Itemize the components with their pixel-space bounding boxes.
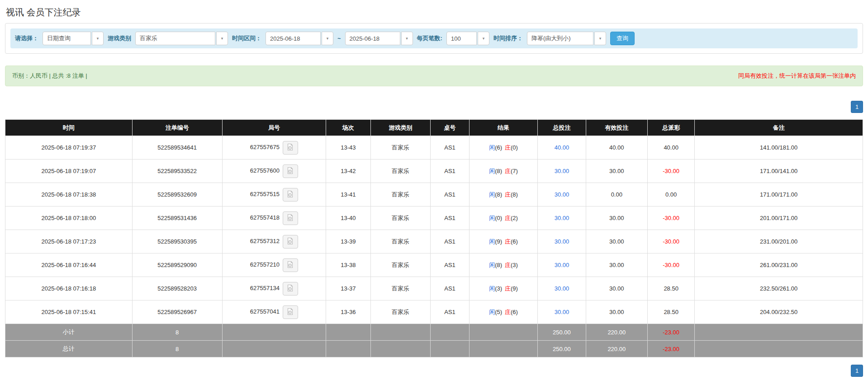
cell-total-bet: 30.00 [538,160,586,183]
cell-payout: -30.00 [648,160,695,183]
banker-result-label: 庄 [505,238,511,245]
banker-result-score: (0) [511,144,518,151]
header-session: 场次 [326,120,371,136]
cell-session: 13-43 [326,136,371,160]
date-to-select[interactable]: 2025-06-18 ▾ [345,32,413,45]
banker-result-score: (9) [511,285,518,292]
player-result-score: (9) [495,238,502,245]
filter-panel: 请选择： 日期查询 ▾ 游戏类别 百家乐 ▾ 时间区间： 2025-06-18 … [5,23,863,54]
game-type-value: 百家乐 [135,32,215,45]
total-bet-link[interactable]: 30.00 [555,168,569,174]
search-button[interactable]: 查询 [610,32,635,45]
cell-time: 2025-06-18 07:19:07 [5,160,133,183]
player-result-score: (8) [495,262,502,268]
video-replay-button[interactable] [283,164,298,178]
player-result-label: 闲 [489,309,495,315]
total-bet-link[interactable]: 30.00 [555,191,569,198]
banker-result-score: (3) [511,262,518,268]
date-range-separator: ~ [337,35,341,42]
player-result-label: 闲 [489,262,495,268]
total-bet-link[interactable]: 30.00 [555,309,569,315]
banker-result-score: (8) [511,191,518,198]
video-replay-button[interactable] [283,211,298,225]
page-1-button[interactable]: 1 [851,101,863,113]
cell-total-bet: 40.00 [538,136,586,160]
cell-round-id: 627557312 [222,230,326,253]
header-total-bet: 总投注 [538,120,586,136]
cell-table-no: AS1 [431,300,469,324]
cell-table-no: AS1 [431,277,469,300]
player-result-score: (8) [495,191,502,198]
cell-bet-id: 522589533522 [132,160,222,183]
page-size-select[interactable]: 100 ▾ [446,32,489,45]
query-type-select[interactable]: 日期查询 ▾ [43,32,104,45]
round-id-text: 627557041 [250,308,280,315]
header-result: 结果 [469,120,538,136]
header-table-no: 桌号 [431,120,469,136]
cell-time: 2025-06-18 07:16:44 [5,253,133,277]
cell-session: 13-38 [326,253,371,277]
banker-result-score: (2) [511,215,518,221]
cell-game-type: 百家乐 [370,136,431,160]
chevron-down-icon: ▾ [478,32,489,45]
header-remark: 备注 [695,120,863,136]
video-replay-button[interactable] [283,188,298,202]
cell-time: 2025-06-18 07:18:00 [5,206,133,230]
table-row: 2025-06-18 07:16:18 522589528203 6275571… [5,277,863,300]
cell-remark: 141.00/181.00 [695,136,863,160]
player-result-label: 闲 [489,238,495,245]
cell-bet-id: 522589531436 [132,206,222,230]
cell-table-no: AS1 [431,230,469,253]
total-bet-link[interactable]: 30.00 [555,215,569,221]
game-type-select[interactable]: 百家乐 ▾ [135,32,228,45]
chevron-down-icon: ▾ [594,32,606,45]
total-bet-link[interactable]: 40.00 [555,144,569,151]
video-replay-button[interactable] [283,235,298,249]
video-replay-button[interactable] [283,141,298,155]
cell-valid-bet: 30.00 [586,300,648,324]
date-from-select[interactable]: 2025-06-18 ▾ [266,32,333,45]
header-bet-id: 注单编号 [132,120,222,136]
sort-select[interactable]: 降幂(由大到小) ▾ [527,32,606,45]
header-round-id: 局号 [222,120,326,136]
page-1-button[interactable]: 1 [851,365,863,377]
table-row: 2025-06-18 07:15:41 522589526967 6275570… [5,300,863,324]
total-row: 总计 8 250.00 220.00 -23.00 [5,341,863,357]
cell-table-no: AS1 [431,160,469,183]
pagination-top: 1 [5,101,863,113]
video-file-icon [286,214,294,223]
subtotal-row: 小计 8 250.00 220.00 -23.00 [5,324,863,341]
cell-table-no: AS1 [431,253,469,277]
cell-time: 2025-06-18 07:16:18 [5,277,133,300]
banker-result-label: 庄 [505,215,511,221]
header-valid-bet: 有效投注 [586,120,648,136]
cell-result: 闲(0)庄(2) [469,206,538,230]
banker-result-score: (6) [511,238,518,245]
round-id-text: 627557675 [250,144,280,150]
video-replay-button[interactable] [283,258,298,272]
query-type-label: 请选择： [15,34,38,42]
video-file-icon [286,143,294,152]
total-valid-bet: 220.00 [586,341,648,357]
cell-bet-id: 522589532609 [132,183,222,206]
video-file-icon [286,284,294,293]
cell-session: 13-40 [326,206,371,230]
total-total-bet: 250.00 [538,341,586,357]
total-label: 总计 [5,341,133,357]
total-bet-link[interactable]: 30.00 [555,285,569,292]
cell-remark: 201.00/171.00 [695,206,863,230]
cell-session: 13-36 [326,300,371,324]
video-replay-button[interactable] [283,305,298,319]
cell-game-type: 百家乐 [370,230,431,253]
player-result-score: (8) [495,168,502,174]
cell-total-bet: 30.00 [538,300,586,324]
total-bet-link[interactable]: 30.00 [555,238,569,245]
round-id-text: 627557515 [250,191,280,197]
sort-label: 时间排序： [493,34,523,42]
total-bet-link[interactable]: 30.00 [555,262,569,268]
time-range-label: 时间区间： [232,34,261,42]
video-file-icon [286,261,294,270]
video-replay-button[interactable] [283,282,298,296]
cell-round-id: 627557041 [222,300,326,324]
cell-session: 13-41 [326,183,371,206]
